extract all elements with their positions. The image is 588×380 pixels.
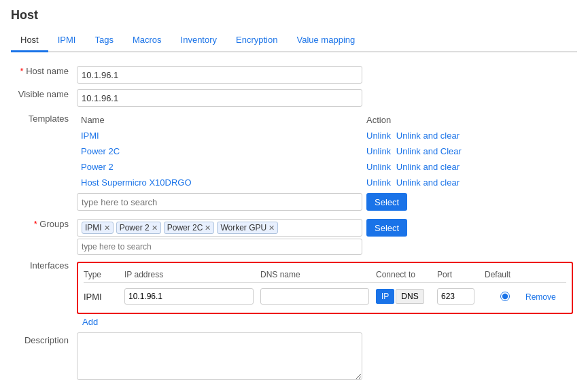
visible-name-row: Visible name: [11, 86, 577, 109]
unlink-clear-0[interactable]: Unlink and clear: [396, 131, 460, 141]
iface-ip-input-0[interactable]: [124, 288, 254, 305]
iface-remove-0[interactable]: Remove: [525, 292, 556, 302]
page-container: Host Host IPMI Tags Macros Inventory Enc…: [0, 0, 588, 380]
template-link-3[interactable]: Host Supermicro X10DRGO: [81, 177, 192, 188]
tab-inventory[interactable]: Inventory: [171, 29, 226, 52]
col-action-header: [525, 270, 566, 279]
group-tag-ipmi: IPMI ✕: [82, 222, 114, 234]
templates-label: Templates: [11, 109, 73, 213]
template-row-2: Power 2 Unlink Unlink and clear: [77, 159, 573, 175]
col-port-header: Port: [437, 270, 485, 279]
col-type-header: Type: [84, 270, 124, 279]
templates-name-header: Name: [81, 115, 105, 125]
unlink-3[interactable]: Unlink: [366, 177, 391, 188]
iface-dns-0: [260, 288, 376, 305]
page-title: Host: [11, 8, 577, 22]
unlink-1[interactable]: Unlink: [366, 146, 391, 156]
group-tag-workergpu-remove[interactable]: ✕: [269, 224, 275, 232]
group-tag-power2-remove[interactable]: ✕: [152, 224, 158, 232]
tab-macros[interactable]: Macros: [123, 29, 171, 52]
tab-tags[interactable]: Tags: [85, 29, 122, 52]
interface-row-0: IPMI IP DNS: [84, 286, 566, 307]
host-name-row: * Host name: [11, 63, 577, 86]
templates-action-header: Action: [366, 115, 391, 125]
group-tag-power2c-remove[interactable]: ✕: [205, 224, 211, 232]
groups-label: * Groups: [11, 213, 73, 258]
template-link-1[interactable]: Power 2C: [81, 146, 120, 156]
interfaces-section: Type IP address DNS name Connect to Port…: [77, 262, 573, 314]
iface-type-0: IPMI: [84, 292, 124, 302]
tab-host[interactable]: Host: [11, 29, 48, 52]
visible-name-input[interactable]: [77, 89, 362, 107]
unlink-clear-3[interactable]: Unlink and clear: [396, 177, 460, 188]
groups-row: * Groups IPMI ✕ Power 2 ✕ Power: [11, 213, 577, 258]
add-interface-link[interactable]: Add: [82, 317, 98, 327]
template-row-3: Host Supermicro X10DRGO Unlink Unlink an…: [77, 175, 573, 190]
group-tag-power2: Power 2 ✕: [116, 222, 161, 234]
unlink-0[interactable]: Unlink: [366, 131, 391, 141]
tabs-bar: Host IPMI Tags Macros Inventory Encrypti…: [11, 29, 577, 52]
template-search-input[interactable]: [77, 193, 362, 211]
unlink-clear-1[interactable]: Unlink and Clear: [396, 146, 462, 156]
visible-name-label: Visible name: [11, 86, 73, 109]
templates-row: Templates Name Action IPMI Unlin: [11, 109, 577, 213]
col-connect-header: Connect to: [376, 270, 437, 279]
iface-port-input-0[interactable]: [437, 288, 474, 305]
tab-value-mapping[interactable]: Value mapping: [287, 29, 364, 52]
unlink-clear-2[interactable]: Unlink and clear: [396, 162, 460, 172]
templates-table: Name Action IPMI Unlink Unlink and clear: [77, 112, 573, 190]
iface-default-0: [485, 292, 525, 301]
group-tag-ipmi-remove[interactable]: ✕: [104, 224, 110, 232]
host-name-input[interactable]: [77, 66, 362, 84]
connect-dns-button-0[interactable]: DNS: [396, 289, 423, 304]
templates-header-row: Name Action: [77, 112, 573, 128]
iface-ip-0: [124, 288, 260, 305]
interfaces-row: Interfaces Type IP address DNS name Conn…: [11, 258, 577, 330]
col-dns-header: DNS name: [260, 270, 376, 279]
interfaces-header: Type IP address DNS name Connect to Port…: [84, 269, 566, 283]
connect-ip-button-0[interactable]: IP: [376, 289, 394, 304]
iface-connect-0: IP DNS: [376, 289, 437, 304]
template-link-2[interactable]: Power 2: [81, 162, 114, 172]
groups-select-button[interactable]: Select: [366, 219, 407, 237]
template-select-button[interactable]: Select: [366, 193, 407, 211]
iface-port-0: [437, 288, 485, 305]
template-search-row: Select: [77, 193, 573, 211]
template-row-0: IPMI Unlink Unlink and clear: [77, 128, 573, 143]
description-row: Description: [11, 330, 577, 380]
description-label: Description: [11, 330, 73, 380]
form-table: * Host name Visible name Templates Name: [11, 63, 577, 380]
template-row-1: Power 2C Unlink Unlink and Clear: [77, 143, 573, 159]
groups-search-input[interactable]: [77, 239, 362, 255]
interfaces-label: Interfaces: [11, 258, 73, 330]
tab-ipmi[interactable]: IPMI: [48, 29, 86, 52]
unlink-2[interactable]: Unlink: [366, 162, 391, 172]
iface-action-0: Remove: [525, 292, 566, 302]
tab-encryption[interactable]: Encryption: [226, 29, 287, 52]
iface-dns-input-0[interactable]: [260, 288, 369, 305]
groups-search-row: [77, 239, 573, 255]
col-ip-header: IP address: [124, 270, 260, 279]
group-tag-workergpu: Worker GPU ✕: [217, 222, 278, 234]
description-textarea[interactable]: [77, 332, 362, 380]
groups-tags-row: IPMI ✕ Power 2 ✕ Power 2C ✕ Worker GPU: [77, 219, 573, 237]
host-name-label: * Host name: [11, 63, 73, 86]
col-default-header: Default: [485, 270, 525, 279]
template-link-0[interactable]: IPMI: [81, 131, 99, 141]
groups-tags-container: IPMI ✕ Power 2 ✕ Power 2C ✕ Worker GPU: [77, 219, 362, 237]
iface-default-radio-0[interactable]: [500, 292, 510, 301]
group-tag-power2c: Power 2C ✕: [164, 222, 215, 234]
